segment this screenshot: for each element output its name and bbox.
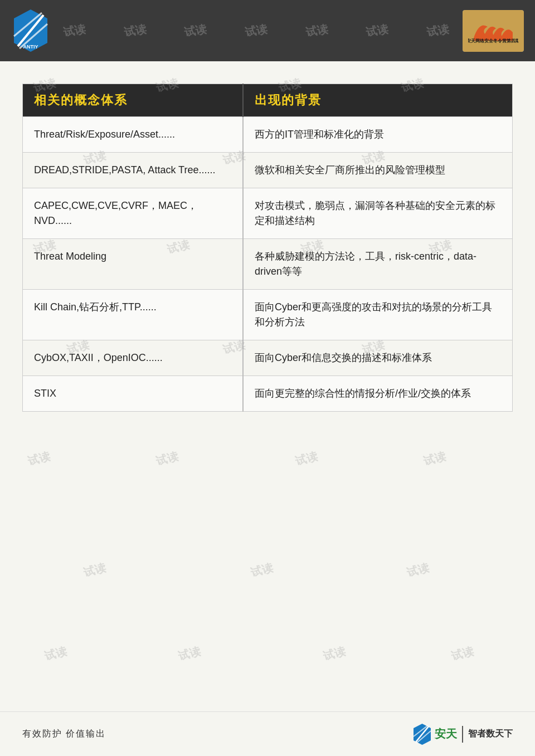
header-right-logo: 安天网络安全冬令营第四期 bbox=[463, 10, 524, 52]
table-row: Threat Modeling各种威胁建模的方法论，工具，risk-centri… bbox=[23, 239, 513, 290]
header-watermark: 试读 bbox=[183, 21, 208, 40]
table-cell-col1: Threat Modeling bbox=[23, 239, 244, 290]
table-cell-col2: 微软和相关安全厂商所推出的风险管理模型 bbox=[243, 153, 512, 188]
col1-header-text: 相关的概念体系 bbox=[34, 93, 128, 107]
footer-logo-text: 安天 智者数天下 bbox=[435, 726, 513, 743]
col1-header: 相关的概念体系 bbox=[23, 84, 244, 117]
table-cell-col1: STIX bbox=[23, 376, 244, 412]
col2-header: 出现的背景 bbox=[243, 84, 512, 117]
footer-logo: 安天 智者数天下 bbox=[412, 723, 513, 745]
footer: 有效防护 价值输出 安天 智者数天下 bbox=[0, 711, 535, 756]
header-watermarks: 试读 试读 试读 试读 试读 试读 试读 bbox=[45, 0, 468, 61]
table-header-row: 相关的概念体系 出现的背景 bbox=[23, 84, 513, 117]
table-cell-col2: 面向Cyber和更高强度的攻击和对抗的场景的分析工具和分析方法 bbox=[243, 290, 512, 340]
table-cell-col2: 面向更完整的综合性的情报分析/作业/交换的体系 bbox=[243, 376, 512, 412]
table-row: CAPEC,CWE,CVE,CVRF，MAEC，NVD......对攻击模式，脆… bbox=[23, 188, 513, 239]
footer-antiy-icon bbox=[412, 723, 432, 745]
header-watermark: 试读 bbox=[365, 21, 390, 40]
header-watermark: 试读 bbox=[304, 21, 329, 40]
table-row: Kill Chain,钻石分析,TTP......面向Cyber和更高强度的攻击… bbox=[23, 290, 513, 340]
svg-text:ANTIY: ANTIY bbox=[23, 44, 38, 50]
table-row: Threat/Risk/Exposure/Asset......西方的IT管理和… bbox=[23, 117, 513, 153]
header-watermark: 试读 bbox=[244, 21, 269, 40]
svg-text:安天网络安全冬令营第四期: 安天网络安全冬令营第四期 bbox=[468, 38, 518, 43]
table-cell-col2: 各种威胁建模的方法论，工具，risk-centric，data-driven等等 bbox=[243, 239, 512, 290]
footer-logo-cn: 安天 bbox=[435, 726, 457, 742]
table-cell-col2: 对攻击模式，脆弱点，漏洞等各种基础的安全元素的标定和描述结构 bbox=[243, 188, 512, 239]
footer-tagline: 有效防护 价值输出 bbox=[22, 728, 106, 740]
antiy-logo-icon: ANTIY bbox=[11, 8, 50, 53]
footer-logo-divider bbox=[462, 726, 463, 743]
table-cell-col1: Threat/Risk/Exposure/Asset...... bbox=[23, 117, 244, 153]
header-logo: ANTIY bbox=[11, 8, 50, 53]
concept-table: 相关的概念体系 出现的背景 Threat/Risk/Exposure/Asset… bbox=[22, 84, 513, 412]
header-watermark: 试读 bbox=[123, 21, 148, 40]
table-row: CybOX,TAXII，OpenIOC......面向Cyber和信息交换的描述… bbox=[23, 340, 513, 376]
table-cell-col2: 面向Cyber和信息交换的描述和标准体系 bbox=[243, 340, 512, 376]
table-cell-col1: DREAD,STRIDE,PASTA, Attack Tree...... bbox=[23, 153, 244, 188]
footer-logo-right: 智者数天下 bbox=[468, 728, 513, 740]
table-cell-col2: 西方的IT管理和标准化的背景 bbox=[243, 117, 512, 153]
table-cell-col1: CybOX,TAXII，OpenIOC...... bbox=[23, 340, 244, 376]
col2-header-text: 出现的背景 bbox=[255, 93, 322, 107]
header-watermark: 试读 bbox=[62, 21, 87, 40]
header: ANTIY 试读 试读 试读 试读 试读 试读 试读 安天网络安全冬令营第四期 bbox=[0, 0, 535, 61]
table-row: STIX面向更完整的综合性的情报分析/作业/交换的体系 bbox=[23, 376, 513, 412]
table-cell-col1: CAPEC,CWE,CVE,CVRF，MAEC，NVD...... bbox=[23, 188, 244, 239]
table-cell-col1: Kill Chain,钻石分析,TTP...... bbox=[23, 290, 244, 340]
main-content: 相关的概念体系 出现的背景 Threat/Risk/Exposure/Asset… bbox=[0, 61, 535, 719]
header-watermark: 试读 bbox=[426, 21, 450, 40]
table-row: DREAD,STRIDE,PASTA, Attack Tree......微软和… bbox=[23, 153, 513, 188]
